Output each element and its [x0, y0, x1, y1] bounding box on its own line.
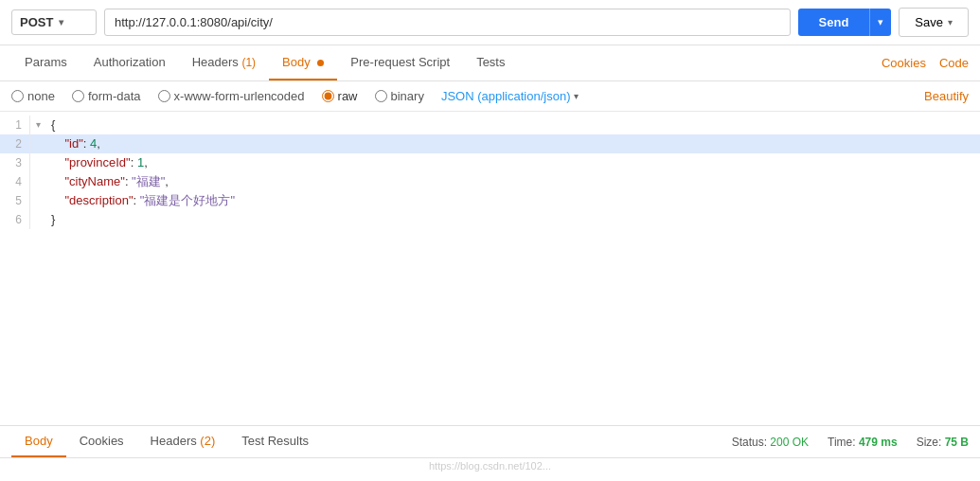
watermark: https://blog.csdn.net/102... — [0, 458, 980, 475]
line-num-6: 6 — [0, 210, 30, 229]
radio-raw-label: raw — [338, 89, 358, 103]
format-label: JSON (application/json) — [441, 89, 571, 103]
code-line-2: 2 "id": 4, — [0, 134, 980, 153]
line-num-3: 3 — [0, 153, 30, 172]
method-select[interactable]: POST ▾ — [11, 9, 97, 35]
cookies-link[interactable]: Cookies — [882, 56, 926, 70]
status-value: 200 OK — [770, 436, 809, 449]
line-content-3: "provinceId": 1, — [45, 153, 148, 172]
radio-formdata[interactable]: form-data — [72, 89, 141, 103]
radio-formdata-label: form-data — [88, 89, 141, 103]
tab-authorization[interactable]: Authorization — [80, 45, 179, 80]
response-headers-badge: (2) — [200, 434, 215, 448]
body-dot — [317, 60, 324, 66]
response-tab-body[interactable]: Body — [11, 426, 66, 457]
line-content-2: "id": 4, — [45, 134, 100, 153]
send-group: Send ▾ — [798, 9, 892, 36]
response-tabs: Body Cookies Headers (2) Test Results St… — [0, 426, 980, 458]
beautify-button[interactable]: Beautify — [924, 89, 969, 103]
tab-params[interactable]: Params — [11, 45, 80, 80]
line-num-5: 5 — [0, 191, 30, 210]
line-content-1: { — [45, 116, 55, 134]
headers-badge: (1) — [241, 56, 256, 69]
size-info: Size: 75 B — [917, 436, 969, 449]
code-line-6: 6 } — [0, 210, 980, 229]
save-chevron: ▾ — [948, 17, 953, 27]
request-tabs: Params Authorization Headers (1) Body Pr… — [0, 45, 980, 81]
line-content-6: } — [45, 210, 55, 229]
radio-raw-input[interactable] — [322, 90, 334, 102]
status-info: Status: 200 OK — [732, 436, 809, 449]
radio-binary-label: binary — [391, 89, 424, 103]
send-button[interactable]: Send — [798, 9, 870, 36]
radio-urlencoded-input[interactable] — [158, 90, 170, 102]
line-content-4: "cityName": "福建", — [45, 172, 169, 191]
radio-raw[interactable]: raw — [322, 89, 358, 103]
radio-urlencoded-label: x-www-form-urlencoded — [174, 89, 305, 103]
code-line-4: 4 "cityName": "福建", — [0, 172, 980, 191]
tab-headers[interactable]: Headers (1) — [179, 45, 269, 80]
time-info: Time: 479 ms — [828, 436, 898, 449]
code-editor[interactable]: 1 ▾ { 2 "id": 4, 3 "provinceId": 1, 4 — [0, 112, 980, 425]
response-meta: Status: 200 OK Time: 479 ms Size: 75 B — [732, 428, 969, 456]
code-line-5: 5 "description": "福建是个好地方" — [0, 191, 980, 210]
size-value: 75 B — [945, 436, 969, 449]
tab-prerequest[interactable]: Pre-request Script — [337, 45, 463, 80]
response-tab-test-results[interactable]: Test Results — [228, 426, 322, 457]
fold-1[interactable]: ▾ — [30, 116, 45, 134]
code-editor-wrapper: 1 ▾ { 2 "id": 4, 3 "provinceId": 1, 4 — [0, 112, 980, 425]
code-link[interactable]: Code — [939, 56, 969, 70]
line-num-2: 2 — [0, 134, 30, 153]
response-tab-cookies[interactable]: Cookies — [66, 426, 137, 457]
send-dropdown-button[interactable]: ▾ — [869, 9, 891, 36]
top-bar: POST ▾ Send ▾ Save ▾ — [0, 0, 980, 45]
radio-none-input[interactable] — [11, 90, 24, 102]
response-tab-headers[interactable]: Headers (2) — [137, 426, 229, 457]
url-input[interactable] — [104, 9, 791, 36]
code-line-1: 1 ▾ { — [0, 116, 980, 134]
method-label: POST — [20, 15, 53, 29]
format-chevron: ▾ — [574, 91, 579, 101]
tab-tests[interactable]: Tests — [463, 45, 518, 80]
line-content-5: "description": "福建是个好地方" — [45, 191, 235, 210]
code-line-3: 3 "provinceId": 1, — [0, 153, 980, 172]
format-select[interactable]: JSON (application/json) ▾ — [441, 89, 579, 103]
main-content: Params Authorization Headers (1) Body Pr… — [0, 45, 980, 475]
bottom-section: Body Cookies Headers (2) Test Results St… — [0, 425, 980, 475]
radio-none[interactable]: none — [11, 89, 55, 103]
line-num-4: 4 — [0, 172, 30, 191]
body-options-bar: none form-data x-www-form-urlencoded raw… — [0, 81, 980, 112]
method-chevron: ▾ — [59, 17, 63, 27]
time-value: 479 ms — [859, 436, 898, 449]
line-num-1: 1 — [0, 116, 30, 134]
nav-right-links: Cookies Code — [882, 56, 969, 70]
radio-formdata-input[interactable] — [72, 90, 84, 102]
radio-urlencoded[interactable]: x-www-form-urlencoded — [158, 89, 305, 103]
radio-none-label: none — [27, 89, 55, 103]
radio-binary[interactable]: binary — [375, 89, 424, 103]
save-label: Save — [915, 15, 943, 29]
radio-binary-input[interactable] — [375, 90, 387, 102]
tab-body[interactable]: Body — [269, 45, 337, 80]
save-button[interactable]: Save ▾ — [899, 8, 969, 37]
